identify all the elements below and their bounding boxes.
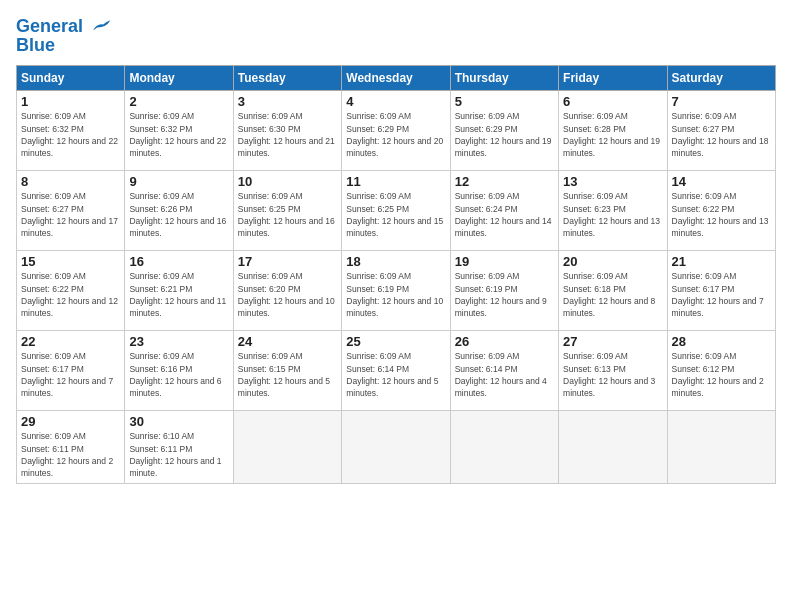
day-number: 7 (672, 94, 771, 109)
day-info: Sunrise: 6:09 AMSunset: 6:20 PMDaylight:… (238, 270, 337, 319)
col-sunday: Sunday (17, 66, 125, 91)
calendar-cell: 23 Sunrise: 6:09 AMSunset: 6:16 PMDaylig… (125, 331, 233, 411)
page: General Blue Sunday Monday Tuesday Wedne… (0, 0, 792, 612)
day-number: 17 (238, 254, 337, 269)
day-number: 24 (238, 334, 337, 349)
calendar-cell (342, 411, 450, 483)
day-number: 12 (455, 174, 554, 189)
day-number: 30 (129, 414, 228, 429)
day-info: Sunrise: 6:09 AMSunset: 6:21 PMDaylight:… (129, 270, 228, 319)
day-info: Sunrise: 6:09 AMSunset: 6:14 PMDaylight:… (346, 350, 445, 399)
calendar-cell: 4 Sunrise: 6:09 AMSunset: 6:29 PMDayligh… (342, 91, 450, 171)
calendar-cell: 6 Sunrise: 6:09 AMSunset: 6:28 PMDayligh… (559, 91, 667, 171)
col-friday: Friday (559, 66, 667, 91)
day-number: 13 (563, 174, 662, 189)
col-tuesday: Tuesday (233, 66, 341, 91)
day-info: Sunrise: 6:09 AMSunset: 6:24 PMDaylight:… (455, 190, 554, 239)
calendar-cell: 21 Sunrise: 6:09 AMSunset: 6:17 PMDaylig… (667, 251, 775, 331)
day-number: 20 (563, 254, 662, 269)
day-number: 21 (672, 254, 771, 269)
calendar-cell: 16 Sunrise: 6:09 AMSunset: 6:21 PMDaylig… (125, 251, 233, 331)
day-info: Sunrise: 6:09 AMSunset: 6:17 PMDaylight:… (21, 350, 120, 399)
col-monday: Monday (125, 66, 233, 91)
day-number: 29 (21, 414, 120, 429)
logo: General Blue (16, 16, 112, 55)
day-info: Sunrise: 6:09 AMSunset: 6:22 PMDaylight:… (672, 190, 771, 239)
day-number: 16 (129, 254, 228, 269)
calendar-cell: 9 Sunrise: 6:09 AMSunset: 6:26 PMDayligh… (125, 171, 233, 251)
day-info: Sunrise: 6:09 AMSunset: 6:29 PMDaylight:… (346, 110, 445, 159)
day-info: Sunrise: 6:09 AMSunset: 6:14 PMDaylight:… (455, 350, 554, 399)
col-wednesday: Wednesday (342, 66, 450, 91)
day-number: 25 (346, 334, 445, 349)
day-info: Sunrise: 6:09 AMSunset: 6:27 PMDaylight:… (21, 190, 120, 239)
calendar-table: Sunday Monday Tuesday Wednesday Thursday… (16, 65, 776, 483)
day-info: Sunrise: 6:09 AMSunset: 6:18 PMDaylight:… (563, 270, 662, 319)
calendar-cell: 26 Sunrise: 6:09 AMSunset: 6:14 PMDaylig… (450, 331, 558, 411)
calendar-cell: 10 Sunrise: 6:09 AMSunset: 6:25 PMDaylig… (233, 171, 341, 251)
calendar-cell: 1 Sunrise: 6:09 AMSunset: 6:32 PMDayligh… (17, 91, 125, 171)
calendar-cell (450, 411, 558, 483)
day-number: 22 (21, 334, 120, 349)
calendar-cell: 13 Sunrise: 6:09 AMSunset: 6:23 PMDaylig… (559, 171, 667, 251)
calendar-cell: 20 Sunrise: 6:09 AMSunset: 6:18 PMDaylig… (559, 251, 667, 331)
day-info: Sunrise: 6:09 AMSunset: 6:23 PMDaylight:… (563, 190, 662, 239)
day-info: Sunrise: 6:09 AMSunset: 6:19 PMDaylight:… (346, 270, 445, 319)
day-info: Sunrise: 6:09 AMSunset: 6:11 PMDaylight:… (21, 430, 120, 479)
day-number: 2 (129, 94, 228, 109)
day-number: 14 (672, 174, 771, 189)
day-info: Sunrise: 6:09 AMSunset: 6:15 PMDaylight:… (238, 350, 337, 399)
col-thursday: Thursday (450, 66, 558, 91)
day-info: Sunrise: 6:09 AMSunset: 6:26 PMDaylight:… (129, 190, 228, 239)
calendar-cell: 8 Sunrise: 6:09 AMSunset: 6:27 PMDayligh… (17, 171, 125, 251)
day-number: 6 (563, 94, 662, 109)
day-info: Sunrise: 6:09 AMSunset: 6:19 PMDaylight:… (455, 270, 554, 319)
calendar-cell: 5 Sunrise: 6:09 AMSunset: 6:29 PMDayligh… (450, 91, 558, 171)
day-number: 28 (672, 334, 771, 349)
day-number: 3 (238, 94, 337, 109)
calendar-cell: 19 Sunrise: 6:09 AMSunset: 6:19 PMDaylig… (450, 251, 558, 331)
calendar-cell (233, 411, 341, 483)
day-number: 15 (21, 254, 120, 269)
calendar-cell: 18 Sunrise: 6:09 AMSunset: 6:19 PMDaylig… (342, 251, 450, 331)
day-info: Sunrise: 6:09 AMSunset: 6:32 PMDaylight:… (21, 110, 120, 159)
logo-general: General (16, 16, 83, 36)
calendar-cell: 27 Sunrise: 6:09 AMSunset: 6:13 PMDaylig… (559, 331, 667, 411)
day-info: Sunrise: 6:09 AMSunset: 6:29 PMDaylight:… (455, 110, 554, 159)
calendar-cell (559, 411, 667, 483)
day-info: Sunrise: 6:10 AMSunset: 6:11 PMDaylight:… (129, 430, 228, 479)
day-info: Sunrise: 6:09 AMSunset: 6:22 PMDaylight:… (21, 270, 120, 319)
calendar-cell: 28 Sunrise: 6:09 AMSunset: 6:12 PMDaylig… (667, 331, 775, 411)
calendar-cell: 30 Sunrise: 6:10 AMSunset: 6:11 PMDaylig… (125, 411, 233, 483)
day-info: Sunrise: 6:09 AMSunset: 6:28 PMDaylight:… (563, 110, 662, 159)
logo-bird-icon (90, 17, 112, 35)
calendar-cell: 12 Sunrise: 6:09 AMSunset: 6:24 PMDaylig… (450, 171, 558, 251)
calendar-cell: 11 Sunrise: 6:09 AMSunset: 6:25 PMDaylig… (342, 171, 450, 251)
day-number: 11 (346, 174, 445, 189)
day-number: 26 (455, 334, 554, 349)
calendar-cell: 15 Sunrise: 6:09 AMSunset: 6:22 PMDaylig… (17, 251, 125, 331)
day-number: 27 (563, 334, 662, 349)
calendar-cell: 24 Sunrise: 6:09 AMSunset: 6:15 PMDaylig… (233, 331, 341, 411)
day-number: 19 (455, 254, 554, 269)
day-number: 5 (455, 94, 554, 109)
calendar-header-row: Sunday Monday Tuesday Wednesday Thursday… (17, 66, 776, 91)
day-number: 9 (129, 174, 228, 189)
day-info: Sunrise: 6:09 AMSunset: 6:30 PMDaylight:… (238, 110, 337, 159)
col-saturday: Saturday (667, 66, 775, 91)
day-number: 1 (21, 94, 120, 109)
day-number: 18 (346, 254, 445, 269)
header: General Blue (16, 16, 776, 55)
calendar-cell: 2 Sunrise: 6:09 AMSunset: 6:32 PMDayligh… (125, 91, 233, 171)
logo-text: General (16, 16, 112, 37)
day-info: Sunrise: 6:09 AMSunset: 6:32 PMDaylight:… (129, 110, 228, 159)
day-number: 10 (238, 174, 337, 189)
day-number: 23 (129, 334, 228, 349)
logo-blue: Blue (16, 35, 112, 56)
day-info: Sunrise: 6:09 AMSunset: 6:16 PMDaylight:… (129, 350, 228, 399)
day-number: 8 (21, 174, 120, 189)
calendar-cell: 7 Sunrise: 6:09 AMSunset: 6:27 PMDayligh… (667, 91, 775, 171)
calendar-cell (667, 411, 775, 483)
day-info: Sunrise: 6:09 AMSunset: 6:12 PMDaylight:… (672, 350, 771, 399)
day-info: Sunrise: 6:09 AMSunset: 6:13 PMDaylight:… (563, 350, 662, 399)
